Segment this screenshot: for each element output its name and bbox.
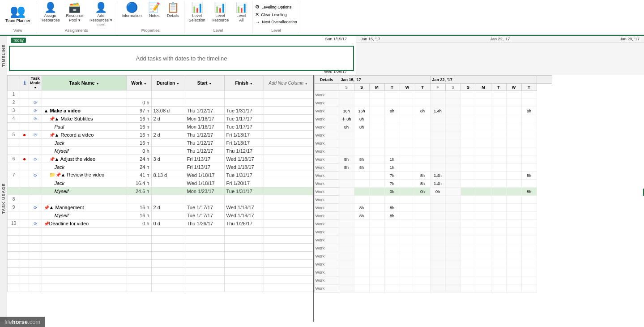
task-row[interactable]: 5 ● ⟳ 📌▲ Record a video 16 h 2 d Thu 1/1… — [8, 131, 313, 139]
gantt-day-W2: W — [506, 84, 521, 91]
col-header-start[interactable]: Start ▼ — [185, 76, 224, 90]
gantt-details-cell: Work — [314, 220, 339, 228]
assignments-buttons: 👤 AssignResources 🗃️ ResourcePool ▾ 👤 Ad… — [38, 2, 115, 27]
leveling-options-item[interactable]: ⚙ Leveling Options — [254, 4, 298, 10]
task-row[interactable]: Jack 16 h Thu 1/12/17 Fri 1/13/17 — [8, 139, 313, 147]
gantt-details-cell: Work — [314, 131, 339, 139]
row-name[interactable]: Jack — [42, 139, 127, 147]
row-name[interactable]: 📌▲ Management — [42, 203, 127, 211]
col-header-duration[interactable]: Duration ▼ — [151, 76, 185, 90]
row-num: 6 — [8, 155, 20, 163]
row-name[interactable]: 📁📌▲ Review the video — [42, 171, 127, 179]
resource-pool-button[interactable]: 🗃️ ResourcePool ▾ — [64, 2, 86, 23]
row-name[interactable] — [42, 99, 127, 107]
task-row[interactable]: Myself 24.6 h Mon 1/23/17 Tue 1/31/17 — [8, 187, 313, 195]
row-name[interactable]: 📌▲ Adjust the video — [42, 155, 127, 163]
gantt-cell — [461, 91, 476, 99]
task-row[interactable]: Myself 16 h Tue 1/17/17 Wed 1/18/17 — [8, 211, 313, 219]
row-duration — [151, 99, 185, 107]
row-finish: Wed 1/18/17 — [224, 163, 264, 171]
row-mode — [29, 90, 42, 99]
task-row[interactable]: 4 ⟳ 📌▲ Make Subtitles 16 h 2 d Mon 1/16/… — [8, 115, 313, 123]
task-row-empty[interactable] — [8, 260, 313, 268]
row-name[interactable] — [42, 195, 127, 203]
row-mode — [29, 147, 42, 155]
gantt-cell — [461, 115, 476, 123]
row-num-empty — [8, 228, 20, 236]
row-name[interactable]: 📌Deadline for video — [42, 219, 127, 228]
gantt-cell-empty — [400, 268, 415, 276]
task-row-empty[interactable] — [8, 284, 313, 292]
task-row[interactable]: 7 ⟳ 📁📌▲ Review the video 41 h 8.13 d Wed… — [8, 171, 313, 179]
task-row[interactable]: Myself 0 h Thu 1/12/17 Thu 1/12/17 — [8, 147, 313, 155]
gantt-cell-empty — [461, 268, 476, 276]
gantt-cell — [506, 139, 521, 147]
gantt-cell — [445, 196, 461, 204]
row-name[interactable]: Jack — [42, 179, 127, 187]
gantt-cell — [521, 131, 537, 139]
row-work: 16 h — [127, 203, 151, 211]
details-button[interactable]: 📋 Details — [164, 2, 182, 19]
assign-resources-button[interactable]: 👤 AssignResources — [38, 2, 63, 23]
notes-button[interactable]: 📝 Notes — [145, 2, 163, 19]
add-resources-button[interactable]: 👤 AddResources ▾ Insert — [87, 2, 115, 27]
row-num: 3 — [8, 107, 20, 115]
timeline-today-button[interactable]: Today — [11, 38, 26, 43]
task-row[interactable]: 8 — [8, 195, 313, 203]
row-name[interactable]: Myself — [42, 147, 127, 155]
row-name[interactable]: Paul — [42, 123, 127, 131]
team-planner-button[interactable]: 👥 Team Planner — [2, 2, 34, 25]
task-row-empty[interactable] — [8, 236, 313, 244]
gantt-cell — [461, 99, 476, 107]
details-label: Details — [167, 13, 179, 18]
information-button[interactable]: 🔵 Information — [119, 2, 145, 19]
gantt-row: Work — [314, 131, 552, 139]
task-row[interactable]: 3 ⟳ ▲ Make a video 97 h 13.08 d Thu 1/12… — [8, 107, 313, 115]
row-name[interactable]: 📌▲ Record a video — [42, 131, 127, 139]
task-row[interactable]: Jack 24 h Fri 1/13/17 Wed 1/18/17 — [8, 163, 313, 171]
row-name[interactable]: ▲ Make a video — [42, 107, 127, 115]
row-name[interactable]: 📌▲ Make Subtitles — [42, 115, 127, 123]
leveling-options-label: Leveling Options — [261, 5, 291, 9]
col-header-finish[interactable]: Finish ▼ — [224, 76, 264, 90]
row-name[interactable]: Jack — [42, 163, 127, 171]
row-name[interactable]: Myself — [42, 187, 127, 195]
add-resources-icon: 👤 — [95, 3, 107, 13]
col-header-taskname[interactable]: Task Name ▼ — [42, 76, 127, 90]
task-row[interactable]: 1 — [8, 90, 313, 99]
gantt-cell — [354, 188, 369, 196]
task-row-empty[interactable] — [8, 252, 313, 260]
row-addnew-empty — [264, 268, 313, 276]
gantt-cell-empty — [415, 228, 430, 236]
gantt-cell — [339, 204, 354, 212]
row-finish-empty — [224, 244, 264, 252]
row-addnew — [264, 195, 313, 203]
task-row-empty[interactable] — [8, 268, 313, 276]
task-row-empty[interactable] — [8, 244, 313, 252]
col-header-work[interactable]: Work ▼ — [127, 76, 151, 90]
row-finish: Tue 1/17/17 — [224, 115, 264, 123]
task-row-empty[interactable] — [8, 276, 313, 284]
level-selection-button[interactable]: 📊 LevelSelection — [186, 2, 208, 23]
level-resource-button[interactable]: 📊 LevelResource — [209, 2, 232, 23]
task-row[interactable]: 6 ● ⟳ 📌▲ Adjust the video 24 h 3 d Fri 1… — [8, 155, 313, 163]
task-row[interactable]: 10 ⟳ 📌Deadline for video 0 h 0 d Thu 1/2… — [8, 219, 313, 228]
row-name[interactable] — [42, 90, 127, 99]
col-header-addnew[interactable]: Add New Column ▼ — [264, 76, 313, 90]
gantt-cell — [476, 180, 491, 188]
row-num-empty — [8, 236, 20, 244]
gantt-cell-empty — [354, 244, 369, 252]
task-row[interactable]: 9 ⟳ 📌▲ Management 16 h 2 d Tue 1/17/17 W… — [8, 203, 313, 211]
gantt-cell — [506, 91, 521, 99]
next-overallocation-item[interactable]: → Next Overallocation — [254, 19, 298, 25]
row-mode: ⟳ — [29, 155, 42, 163]
task-row[interactable]: 2 ⟳ 0 h — [8, 99, 313, 107]
row-name[interactable]: Myself — [42, 211, 127, 219]
task-row[interactable]: Jack 16.4 h Wed 1/18/17 Fri 1/20/17 — [8, 179, 313, 187]
clear-leveling-item[interactable]: ✕ Clear Leveling — [254, 11, 298, 18]
task-row[interactable]: Paul 16 h Mon 1/16/17 Tue 1/17/17 — [8, 123, 313, 131]
row-mode — [29, 123, 42, 131]
timeline-date-jan22: Jan 22, '17 — [490, 37, 510, 41]
level-all-button[interactable]: 📊 LevelAll — [232, 2, 250, 23]
task-row-empty[interactable] — [8, 228, 313, 236]
